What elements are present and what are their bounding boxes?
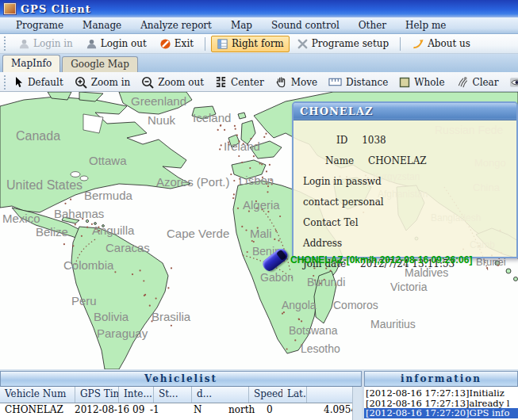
center-tool-button[interactable]: Center — [209, 74, 270, 90]
map-label: Bermuda — [84, 189, 132, 202]
clear-tool-button[interactable]: Clear — [451, 74, 505, 90]
title-bar: GPS Client — [0, 0, 518, 17]
map-label: Belize — [36, 225, 68, 239]
menu-item[interactable]: Map — [221, 18, 262, 33]
vehicle-status-tooltip: CHONELAZ-[0km/h,2012-08-16 09:26:06] — [290, 254, 472, 265]
exit-icon — [159, 38, 171, 50]
gps-client-window: GPS Client ProgrameManageAnalyze reportM… — [0, 0, 518, 420]
vehicle-info-popup: CHONELAZ ID 1038 Name CHONELAZ Login in … — [292, 101, 518, 258]
column-header[interactable]: St... — [154, 387, 192, 403]
login-out-button[interactable]: Login out — [80, 36, 152, 52]
column-header[interactable]: Lat. — [282, 387, 307, 403]
map-label: Anguilla — [92, 223, 134, 237]
menu-item[interactable]: Help me — [396, 18, 455, 33]
map-label: Colombia — [63, 258, 113, 272]
map-toolbar: Default Zoom in Zoom out Center Move Dis… — [0, 73, 518, 92]
menu-item[interactable]: Sound control — [262, 18, 349, 33]
map-label: Bahamas — [54, 207, 104, 220]
map-label: Nuuk — [148, 113, 175, 127]
menu-item[interactable]: Other — [349, 18, 396, 33]
map-label: Paraguay — [97, 326, 148, 340]
map-label: Greenland — [131, 94, 186, 108]
menu-item[interactable]: Manage — [73, 18, 131, 33]
popup-field-row: contact personal — [294, 192, 516, 212]
log-line[interactable]: [2012-08-16 17:27:13]Initializ — [364, 388, 518, 399]
hand-icon — [275, 76, 287, 88]
tab-mapinfo[interactable]: MapInfo — [2, 55, 60, 72]
map-tab-strip: MapInfo Google Map — [0, 54, 518, 73]
magnifier-plus-icon — [75, 76, 87, 89]
default-tool-button[interactable]: Default — [8, 74, 69, 90]
cell-inte: -1 — [145, 403, 189, 418]
column-header[interactable]: GPS Time — [75, 387, 119, 403]
map-toolbar-grip[interactable] — [4, 75, 6, 90]
cell-direction: north — [224, 403, 262, 418]
form-icon — [217, 38, 228, 50]
cell-speed: 0 — [262, 403, 319, 418]
field-value: CHONELAZ — [368, 155, 427, 166]
map-canvas[interactable]: truckpro.en.alibaba.com GreenlandNuukIce… — [0, 92, 518, 369]
bottom-panels: Vehiclelist Vehicle NumGPS TimeInte...St… — [0, 369, 518, 420]
cell-st: N — [189, 403, 224, 418]
tab-google-map[interactable]: Google Map — [62, 56, 138, 72]
magnifier-minus-icon — [141, 76, 154, 89]
vehicle-table-row[interactable]: CHONELAZ 2012-08-16 09 -1 N north 0 4.09… — [0, 403, 362, 418]
app-icon — [3, 2, 17, 15]
window-title: GPS Client — [21, 3, 91, 15]
vehicle-table-header: Vehicle NumGPS TimeInte...St...d...Speed… — [0, 387, 362, 403]
move-tool-button[interactable]: Move — [270, 74, 323, 90]
column-header[interactable]: Vehicle Num — [0, 387, 75, 403]
map-label: Lesotho — [301, 342, 340, 355]
map-label: Bolivia — [94, 310, 129, 323]
zoom-out-button[interactable]: Zoom out — [136, 74, 209, 90]
menu-item[interactable]: Programe — [6, 18, 73, 33]
map-label: Mexico — [2, 212, 40, 225]
cell-vehicle-num: CHONELAZ — [0, 403, 70, 418]
vehicle-list-scrollbar[interactable] — [352, 387, 362, 420]
map-label: Mali — [250, 227, 272, 240]
cursor-arrow-icon — [13, 76, 24, 88]
center-arrows-icon — [215, 76, 227, 88]
eye-icon — [510, 77, 518, 88]
map-label: Azores (Port.) — [156, 175, 230, 189]
whole-tool-button[interactable]: Whole — [393, 75, 450, 90]
field-label: ID — [336, 135, 347, 146]
map-label: Ireland — [224, 139, 260, 153]
information-header[interactable]: information — [364, 371, 518, 387]
map-label: Angola — [282, 299, 317, 311]
map-label: Gabon — [260, 271, 294, 284]
map-label: Canada — [16, 129, 60, 143]
distance-tool-button[interactable]: Distance — [323, 75, 393, 90]
sweep-icon — [456, 76, 469, 88]
programe-setup-button[interactable]: Programe setup — [291, 36, 394, 52]
exit-button[interactable]: Exit — [154, 36, 199, 52]
about-us-button[interactable]: About us — [406, 36, 476, 52]
toolbar-separator — [400, 37, 401, 51]
column-header[interactable]: d... — [192, 387, 249, 403]
vehicle-list-header[interactable]: Vehiclelist — [0, 371, 362, 387]
login-in-button[interactable]: Login in — [13, 36, 79, 52]
popup-title-bar[interactable]: CHONELAZ — [294, 103, 516, 120]
eyeview-tool-button[interactable]: EyeView — [505, 75, 518, 90]
toolbar-grip[interactable] — [4, 36, 10, 51]
cell-lat: 4.095432 — [319, 403, 352, 418]
tools-icon — [297, 38, 309, 50]
arrow-pen-icon — [412, 38, 424, 50]
menu-item[interactable]: Analyze report — [131, 18, 221, 33]
person-icon — [18, 38, 30, 50]
log-line[interactable]: [2012-08-16 17:27:20]GPS info — [364, 408, 518, 418]
right-form-button[interactable]: Right form — [211, 36, 290, 52]
map-label: Ottawa — [89, 154, 127, 167]
popup-field-row: Address — [294, 233, 516, 254]
cell-gps-time: 2012-08-16 09 — [70, 403, 145, 418]
column-header[interactable]: Speed(k... — [249, 387, 282, 403]
column-header[interactable]: Inte... — [119, 387, 154, 403]
zoom-in-button[interactable]: Zoom in — [69, 74, 136, 90]
field-label: Contact Tel — [303, 217, 358, 228]
log-lines: [2012-08-16 17:27:13]Initializ[2012-08-1… — [364, 387, 518, 418]
map-label: Burundi — [307, 276, 345, 288]
map-label: Algeria — [243, 198, 280, 212]
field-label: Login in passwd — [303, 176, 382, 187]
map-label: Victoria — [390, 281, 427, 293]
map-label: Brasilia — [152, 310, 190, 323]
